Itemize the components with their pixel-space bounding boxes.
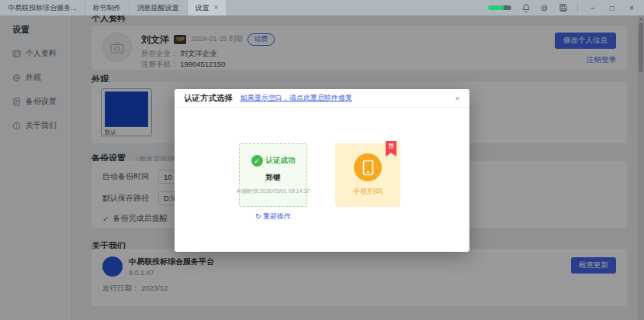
usage-progress-pill <box>488 5 511 10</box>
bell-icon[interactable] <box>521 4 530 12</box>
redo-auth-link[interactable]: ↻ 重新操作 <box>239 212 307 222</box>
success-check-icon: ✓ <box>251 155 263 167</box>
phone-scan-label: 手机扫码 <box>353 187 383 197</box>
cert-holder-name: 郑键 <box>266 173 281 183</box>
phone-icon <box>362 160 374 176</box>
recommended-ribbon: 荐 <box>386 141 396 157</box>
save-icon[interactable] <box>559 4 567 12</box>
repair-link[interactable]: 如果显示空白，请点此重启软件修复 <box>241 93 352 103</box>
refresh-icon: ↻ <box>255 212 263 220</box>
gear-icon[interactable] <box>540 4 549 12</box>
tab-message-settings[interactable]: 消息提醒设置 <box>130 0 188 15</box>
close-button[interactable]: × <box>627 4 636 12</box>
auth-method-dialog: 认证方式选择 如果显示空白，请点此重启软件修复 × ✓ 认证成功 郑键 到期时间… <box>175 89 469 252</box>
tab-label: 消息提醒设置 <box>137 3 179 13</box>
tab-label: 中易联投标综合服务... <box>8 3 77 13</box>
redo-label: 重新操作 <box>263 212 291 220</box>
titlebar-right: − □ × <box>488 4 644 12</box>
tab-bid-making[interactable]: 标书制作 <box>85 0 130 15</box>
maximize-button[interactable]: □ <box>608 4 617 12</box>
titlebar: 中易联投标综合服务... 标书制作 消息提醒设置 设置 × − □ × <box>0 0 644 15</box>
tab-settings[interactable]: 设置 × <box>188 0 227 15</box>
phone-scan-panel[interactable]: 手机扫码 荐 <box>335 143 400 207</box>
dialog-header: 认证方式选择 如果显示空白，请点此重启软件修复 × <box>175 89 469 108</box>
auth-success-panel[interactable]: ✓ 认证成功 郑键 到期时间:2030/03/01 09:14:37 <box>239 143 307 207</box>
tab-main-service[interactable]: 中易联投标综合服务... <box>0 0 85 15</box>
auth-status-text: 认证成功 <box>266 156 296 166</box>
minimize-button[interactable]: − <box>588 4 597 12</box>
tab-label: 标书制作 <box>93 3 121 13</box>
phone-circle <box>354 153 382 181</box>
titlebar-divider <box>577 4 578 12</box>
dialog-close-icon[interactable]: × <box>455 94 460 103</box>
tab-close-icon[interactable]: × <box>214 4 219 12</box>
tab-label: 设置 <box>196 3 209 13</box>
cert-expire-time: 到期时间:2030/03/01 09:14:37 <box>237 188 310 195</box>
dialog-title: 认证方式选择 <box>184 93 233 104</box>
